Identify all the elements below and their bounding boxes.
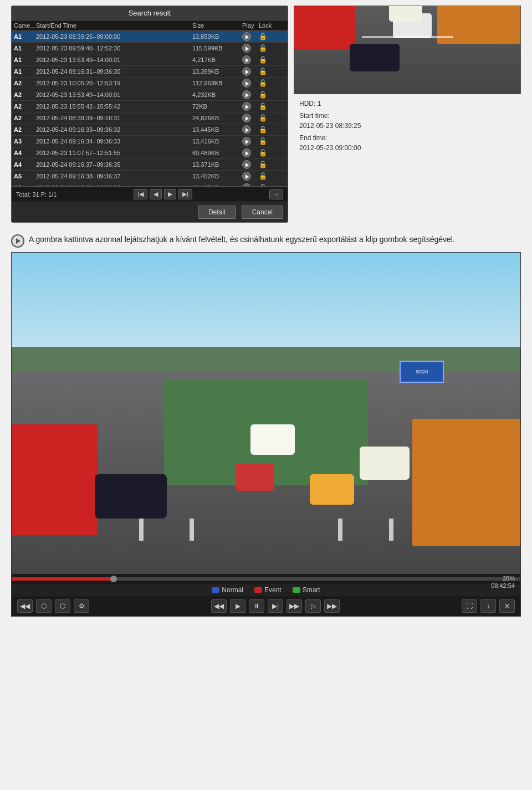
fullscreen-btn[interactable]: ⛶ [462,599,477,613]
progress-track [12,577,520,581]
skip-back-btn[interactable]: ◀◀ [211,599,227,613]
row-cam: A2 [14,80,36,86]
fast-fwd-btn[interactable]: ▶▶ [287,599,302,613]
play-button[interactable] [242,148,251,157]
table-row[interactable]: A1 2012-05-23 08:39:25--09:00:00 13,859K… [12,31,288,43]
play-button[interactable] [242,32,251,41]
nav-last[interactable]: ▶| [178,189,192,199]
hdd-label: HDD: 1 [299,100,321,107]
play-button[interactable] [242,114,251,122]
row-size: 13,445KB [192,126,242,133]
table-row[interactable]: A4 2012-05-23 11:07:57--12:51:55 69,489K… [12,147,288,159]
row-size: 13,371KB [192,161,242,168]
lock-icon: 🔓 [259,79,275,87]
close-player-btn[interactable]: ✕ [499,599,515,613]
legend-item: Normal [212,586,243,594]
row-size: 69,489KB [192,150,242,156]
row-size: 13,399KB [192,68,242,75]
text-section: A gombra kattintva azonnal lejátszhatjuk… [0,228,532,252]
row-time: 2012-05-23 11:07:57--12:51:55 [36,150,192,156]
play-button[interactable] [242,44,251,53]
preview-image [294,6,521,94]
play-button[interactable] [242,172,251,181]
table-row[interactable]: A1 2012-05-23 13:53:49--14:00:01 4,217KB… [12,54,288,66]
row-time: 2012-05-23 10:05:20--12:53:19 [36,80,192,86]
row-cam: A1 [14,57,36,63]
play-button[interactable] [242,67,251,76]
col-time: Start/End Time [36,22,192,29]
table-row[interactable]: A2 2012-05-23 15:55:42--15:55:42 72KB 🔓 [12,101,288,112]
dialog-title: Search result [12,6,288,20]
table-row[interactable]: A6 2012-05-24 09:16:39--09:36:38 13,405K… [12,182,288,186]
play-button[interactable] [242,102,251,111]
detail-button[interactable]: Detail [198,206,236,219]
clip-end-btn[interactable]: ⬡ [55,599,70,613]
start-time-label: Start time: [299,112,330,120]
legend-dot [254,587,262,593]
lock-icon: 🔓 [259,114,275,122]
table-row[interactable]: A2 2012-05-24 08:39:39--09:16:31 24,826K… [12,112,288,124]
row-size: 13,859KB [192,33,242,40]
nav-prev[interactable]: ◀ [150,189,162,199]
table-row[interactable]: A4 2012-05-24 09:16:37--09:36:35 13,371K… [12,159,288,171]
nav-next[interactable]: ▶ [164,189,176,199]
end-time-value: 2012-05-23 09:00:00 [299,144,361,152]
row-size: 13,416KB [192,138,242,145]
controls-bar: ◀◀ ⬡ ⬡ ⚙ ◀◀ ▶ ⏸ ▶| ▶▶ ▷ ▶▶ ⛶ ↓ ✕ [12,596,520,616]
play-button[interactable] [242,137,251,146]
row-size: 13,405KB [192,184,242,186]
table-row[interactable]: A2 2012-05-23 10:05:20--12:53:19 112,963… [12,78,288,89]
lock-icon: 🔓 [259,68,275,75]
row-cam: A5 [14,173,36,179]
skip-fwd-btn[interactable]: ▶▶ [324,599,340,613]
row-cam: A1 [14,33,36,40]
table-row[interactable]: A2 2012-05-23 13:53:49--14:00:01 4,232KB… [12,89,288,101]
play-button[interactable] [242,55,251,64]
row-cam: A4 [14,150,36,156]
left-controls: ◀◀ ⬡ ⬡ ⚙ [17,599,89,613]
download-btn[interactable]: ↓ [480,599,496,613]
description-text: A gombra kattintva azonnal lejátszhatjuk… [29,234,455,245]
col-play: Play [242,22,259,29]
player-video: SIGN [12,253,520,574]
play-btn[interactable]: ▶ [230,599,245,613]
table-row[interactable]: A2 2012-05-24 09:16:33--09:36:32 13,445K… [12,124,288,136]
table-row[interactable]: A5 2012-05-24 09:16:38--09:36:37 13,402K… [12,171,288,182]
lock-icon: 🔓 [259,33,275,40]
play-button[interactable] [242,79,251,88]
progress-thumb [110,576,117,582]
play-button[interactable] [242,90,251,99]
table-row[interactable]: A1 2012-05-23 09:59:40--12:52:30 115,599… [12,43,288,54]
pause-btn[interactable]: ⏸ [249,599,264,613]
legend-label: Normal [222,586,243,594]
progress-pct: 20% [491,575,515,582]
legend-label: Event [264,586,282,594]
search-result-dialog: Search result Came... Start/End Time Siz… [11,6,288,223]
prev-segment-btn[interactable]: ◀◀ [17,599,33,613]
play-button[interactable] [242,183,251,186]
row-cam: A4 [14,161,36,168]
top-section: Search result Came... Start/End Time Siz… [0,0,532,228]
cancel-button[interactable]: Cancel [242,206,283,219]
row-cam: A2 [14,115,36,121]
legend-item: Event [254,586,282,594]
time-badge: 20% 08:42:54 [491,575,515,589]
legend-label: Smart [303,586,320,594]
settings-btn[interactable]: ⚙ [74,599,89,613]
row-time: 2012-05-24 09:16:38--09:36:37 [36,173,192,179]
table-row[interactable]: A3 2012-05-24 09:16:34--09:36:33 13,416K… [12,136,288,147]
progress-bar[interactable]: 20% 08:42:54 [12,574,520,584]
clip-start-btn[interactable]: ⬡ [36,599,52,613]
play-button[interactable] [242,125,251,134]
step-fwd-btn[interactable]: ▶| [268,599,283,613]
row-cam: A2 [14,91,36,98]
row-time: 2012-05-23 13:53:49--14:00:01 [36,91,192,98]
table-row[interactable]: A1 2012-05-24 09:16:31--09:36:30 13,399K… [12,66,288,78]
nav-right-arrow[interactable]: → [269,189,283,199]
nav-first[interactable]: |◀ [134,189,147,199]
row-size: 4,232KB [192,91,242,98]
col-scroll [275,22,285,29]
lock-icon: 🔓 [259,56,275,64]
play-button[interactable] [242,160,251,169]
slow-btn[interactable]: ▷ [305,599,321,613]
